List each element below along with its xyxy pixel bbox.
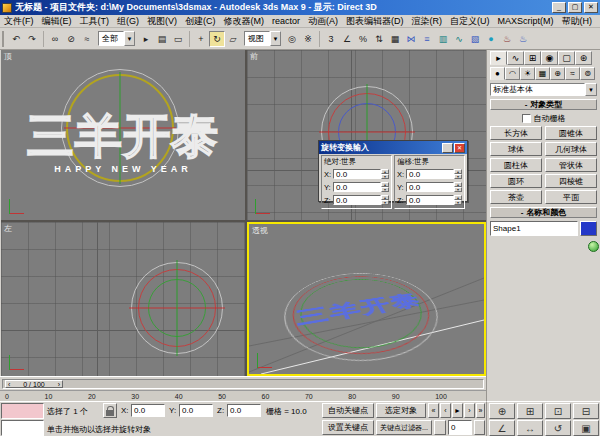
spinner[interactable]: ▴▾ [454, 169, 462, 179]
frame-back-icon[interactable]: ‹ [8, 381, 10, 388]
z-coord-field[interactable]: 0.0 [227, 404, 261, 417]
absolute-y-field[interactable]: 0.0 [333, 182, 381, 192]
menu-item-customize[interactable]: 自定义(U) [446, 15, 494, 28]
frame-forward-icon[interactable]: › [58, 381, 60, 388]
menu-item-views[interactable]: 视图(V) [143, 15, 181, 28]
next-frame-icon[interactable]: › [464, 403, 475, 418]
x-coord-field[interactable]: 0.0 [131, 404, 165, 417]
viewport-perspective-label[interactable]: 透视 [252, 225, 268, 236]
curve-editor-icon[interactable]: ∿ [451, 31, 467, 47]
menu-item-rendering[interactable]: 渲染(R) [408, 15, 447, 28]
percent-snap-icon[interactable]: % [355, 31, 371, 47]
angle-snap-icon[interactable]: ∠ [339, 31, 355, 47]
selection-filter-dropdown[interactable]: 全部 ▼ [98, 31, 135, 46]
menu-item-edit[interactable]: 编辑(E) [38, 15, 76, 28]
time-slider[interactable]: ‹ 0 / 100 › [0, 376, 486, 390]
tab-create-icon[interactable]: ▸ [490, 51, 507, 65]
tab-display-icon[interactable]: ▢ [558, 51, 575, 65]
play-icon[interactable]: ► [452, 403, 463, 418]
scene-text-object[interactable]: 三羊开泰 [1, 112, 245, 159]
subtab-space-warps-icon[interactable]: ≈ [565, 67, 580, 80]
viewport-left-label[interactable]: 左 [4, 223, 12, 234]
viewport-top[interactable]: 顶 三羊开泰 HAPPY NEW YEAR [1, 50, 245, 220]
maxscript-mini-listener-macro[interactable] [1, 403, 44, 419]
subtab-helpers-icon[interactable]: ⊕ [550, 67, 565, 80]
spinner[interactable]: ▴▾ [454, 195, 462, 205]
material-editor-icon[interactable]: ● [483, 31, 499, 47]
select-and-move-icon[interactable]: + [193, 31, 209, 47]
key-mode-toggle[interactable] [434, 420, 446, 435]
zoom-icon[interactable]: ⊕ [489, 403, 515, 419]
select-and-rotate-icon[interactable]: ↻ [209, 31, 225, 47]
spinner[interactable]: ▴▾ [381, 182, 389, 192]
select-and-scale-icon[interactable]: ▱ [225, 31, 241, 47]
time-slider-track[interactable]: ‹ 0 / 100 › [2, 379, 484, 389]
geosphere-button[interactable]: 几何球体 [545, 142, 597, 156]
tab-hierarchy-icon[interactable]: ⊞ [524, 51, 541, 65]
unlink-selection-icon[interactable]: ⊘ [63, 31, 79, 47]
offset-x-field[interactable]: 0.0 [406, 169, 454, 179]
viewport-perspective-active[interactable]: 透视 三羊开泰 [247, 222, 486, 376]
schematic-view-icon[interactable]: ▧ [467, 31, 483, 47]
green-sphere-icon[interactable] [588, 241, 599, 252]
chevron-down-icon[interactable]: ▼ [585, 83, 597, 96]
zoom-extents-all-icon[interactable]: ⊟ [573, 403, 599, 419]
select-by-name-icon[interactable]: ▤ [154, 31, 170, 47]
previous-frame-icon[interactable]: ‹ [440, 403, 451, 418]
render-setup-icon[interactable]: ♨ [499, 31, 515, 47]
maxscript-mini-listener[interactable] [1, 420, 44, 436]
subtab-geometry-icon[interactable]: ● [490, 67, 505, 80]
dialog-title-bar[interactable]: 旋转变换输入 ✕ [319, 141, 467, 154]
tube-button[interactable]: 管状体 [545, 158, 597, 172]
selection-lock-toggle[interactable] [103, 403, 117, 418]
menu-item-graph-editors[interactable]: 图表编辑器(D) [342, 15, 408, 28]
reference-coordinate-system-dropdown[interactable]: 视图 ▼ [244, 31, 281, 46]
menu-item-file[interactable]: 文件(F) [0, 15, 38, 28]
teapot-button[interactable]: 茶壶 [490, 190, 542, 204]
field-of-view-icon[interactable]: ∠ [489, 420, 515, 436]
viewport-left[interactable]: 左 [1, 222, 245, 376]
auto-key-button[interactable]: 自动关键点 [322, 403, 374, 418]
dialog-pin-button[interactable] [442, 143, 453, 153]
use-pivot-point-center-icon[interactable]: ◎ [284, 31, 300, 47]
rollout-object-type[interactable]: - 对象类型 [490, 99, 597, 110]
menu-item-tools[interactable]: 工具(T) [76, 15, 114, 28]
spinner[interactable]: ▴▾ [381, 195, 389, 205]
subtab-lights-icon[interactable]: ☀ [520, 67, 535, 80]
offset-z-field[interactable]: 0.0 [406, 195, 454, 205]
menu-item-group[interactable]: 组(G) [113, 15, 143, 28]
layer-manager-icon[interactable]: ▥ [435, 31, 451, 47]
select-and-link-icon[interactable]: ∞ [47, 31, 63, 47]
pan-icon[interactable]: ↔ [517, 420, 543, 436]
primitive-category-dropdown[interactable]: 标准基本体 ▼ [490, 83, 597, 96]
pyramid-button[interactable]: 四棱锥 [545, 174, 597, 188]
menu-item-create[interactable]: 创建(C) [181, 15, 220, 28]
title-bar[interactable]: 无标题 - 项目文件夹: d:\My Documents\3dsmax - Au… [0, 0, 600, 15]
offset-y-field[interactable]: 0.0 [406, 182, 454, 192]
spinner[interactable]: ▴▾ [454, 182, 462, 192]
menu-item-reactor[interactable]: reactor [268, 16, 304, 26]
box-button[interactable]: 长方体 [490, 126, 542, 140]
scene-subtext-object[interactable]: HAPPY NEW YEAR [1, 164, 245, 174]
toolbar-drag-handle[interactable] [2, 31, 6, 47]
subtab-shapes-icon[interactable]: ◠ [505, 67, 520, 80]
rollout-name-and-color[interactable]: - 名称和颜色 [490, 207, 597, 218]
key-filters-button[interactable]: 关键点过滤器... [376, 420, 432, 435]
plane-button[interactable]: 平面 [545, 190, 597, 204]
set-key-button[interactable]: 设置关键点 [322, 420, 374, 435]
snaps-toggle-icon[interactable]: 3 [323, 31, 339, 47]
current-frame-field[interactable]: 0 [448, 420, 472, 435]
minimize-button[interactable]: _ [552, 2, 566, 13]
rotate-transform-type-in-dialog[interactable]: 旋转变换输入 ✕ 绝对:世界 X: 0.0 ▴▾ Y: 0.0 ▴▾ Z: 0.… [318, 140, 468, 202]
autogrid-checkbox[interactable] [522, 114, 531, 123]
menu-item-maxscript[interactable]: MAXScript(M) [494, 16, 558, 26]
go-to-start-icon[interactable]: « [428, 403, 439, 418]
time-configuration-button[interactable] [474, 420, 485, 435]
subtab-systems-icon[interactable]: ⊚ [580, 67, 595, 80]
named-selection-sets-icon[interactable]: ▦ [387, 31, 403, 47]
chevron-down-icon[interactable]: ▼ [270, 31, 281, 46]
go-to-end-icon[interactable]: » [476, 403, 485, 418]
viewport-front-label[interactable]: 前 [250, 51, 258, 62]
spinner-snap-icon[interactable]: ⇅ [371, 31, 387, 47]
align-icon[interactable]: ≡ [419, 31, 435, 47]
